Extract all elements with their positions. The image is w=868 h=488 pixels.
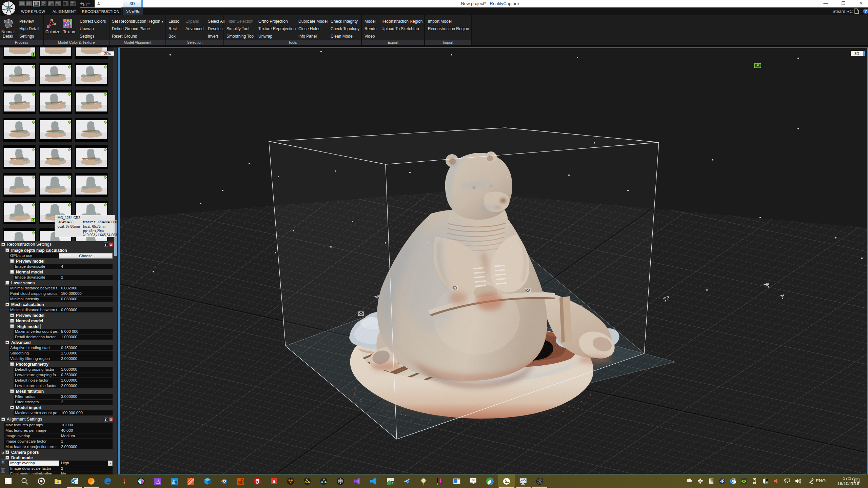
svg-text:3D: 3D: [854, 52, 859, 56]
svg-text:S: S: [273, 479, 276, 484]
svg-text:4: 4: [392, 482, 393, 485]
svg-text:?: ?: [865, 9, 867, 13]
